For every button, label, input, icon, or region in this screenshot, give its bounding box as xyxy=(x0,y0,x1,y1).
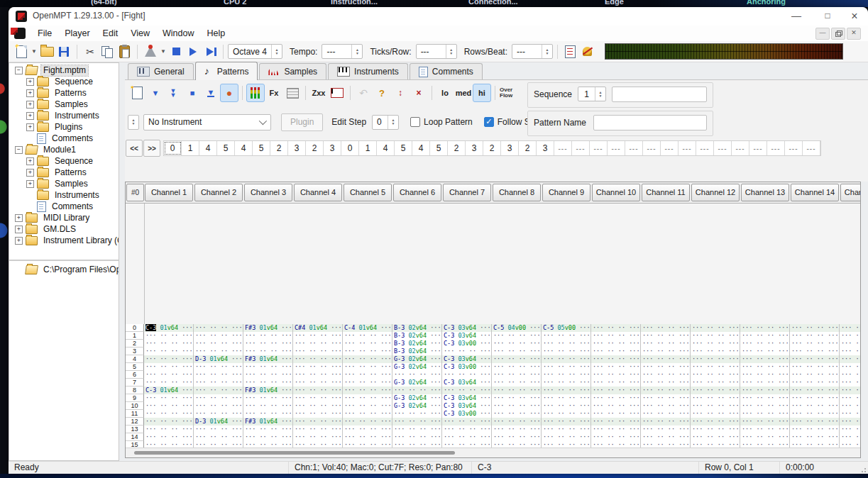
order-cell[interactable]: 1 xyxy=(359,141,377,155)
octave-spin-arrows[interactable]: ▲▼ xyxy=(271,45,282,58)
expand-plus-icon[interactable]: + xyxy=(26,157,34,165)
channel-header-3[interactable]: Channel 3 xyxy=(244,184,292,201)
pattern-cell[interactable]: ··· ·· ·· ··· xyxy=(243,402,293,410)
order-cell[interactable]: 1 xyxy=(182,141,199,155)
pattern-cell[interactable]: ··· ·· ·· ··· xyxy=(542,379,591,387)
pattern-number-corner[interactable]: #0 xyxy=(126,184,144,201)
pattern-cell[interactable]: ··· ·· ·· ··· xyxy=(691,371,740,379)
sequence-name-input[interactable] xyxy=(612,87,707,102)
pattern-cell[interactable]: ··· ·· ·· ··· xyxy=(641,410,691,418)
expand-plus-icon[interactable]: + xyxy=(26,169,34,177)
pattern-cell[interactable]: ··· ·· ·· ··· xyxy=(243,363,293,371)
order-cell[interactable]: 0 xyxy=(341,141,359,155)
pattern-cell[interactable]: ··· ·· ·· ··· xyxy=(492,418,542,426)
pattern-cell[interactable]: ··· ·· ·· ··· xyxy=(641,433,691,441)
pattern-cell[interactable]: ··· ·· ·· ··· xyxy=(392,410,442,418)
pattern-cell[interactable]: C-5 04v00 ··· xyxy=(492,324,542,332)
expand-plus-icon[interactable]: + xyxy=(15,237,23,245)
pattern-cell[interactable]: ··· ·· ·· ··· xyxy=(343,379,392,387)
pattern-cell[interactable]: ··· ·· ·· ··· xyxy=(392,371,442,379)
pattern-cell[interactable]: ··· ·· ·· ··· xyxy=(641,348,691,355)
tab-patterns[interactable]: Patterns xyxy=(195,62,258,80)
pattern-cell[interactable]: ··· ·· ·· ··· xyxy=(343,402,392,410)
pattern-cell[interactable]: ··· ·· ·· ··· xyxy=(641,394,691,402)
pattern-cell[interactable]: ··· ·· ·· ··· xyxy=(343,394,392,402)
pattern-cell[interactable]: ··· ·· ·· ··· xyxy=(194,340,243,348)
maximize-button[interactable]: □ xyxy=(817,9,838,23)
pattern-cell[interactable]: ··· ·· ·· ··· xyxy=(243,371,293,379)
pattern-cell[interactable]: ··· ·· ·· ··· xyxy=(343,418,392,426)
menu-item-file[interactable]: File xyxy=(31,26,58,41)
pattern-cell[interactable]: ··· ·· ·· ··· xyxy=(790,394,840,402)
pattern-cell[interactable]: F#3 01v64 ··· xyxy=(243,355,293,363)
pattern-cell[interactable]: ··· ·· ·· ··· xyxy=(194,387,243,394)
channel-header-5[interactable]: Channel 5 xyxy=(344,184,392,201)
pattern-cell[interactable]: ··· ·· ·· ··· xyxy=(343,332,392,340)
channel-header-4[interactable]: Channel 4 xyxy=(294,184,342,201)
pattern-cell[interactable]: ··· ·· ·· ··· xyxy=(840,340,861,348)
pattern-cell[interactable]: ··· ·· ·· ··· xyxy=(641,379,691,387)
tab-general[interactable]: General xyxy=(128,63,194,79)
pattern-cell[interactable]: B-3 02v64 ··· xyxy=(392,332,442,340)
tree-item-patterns[interactable]: +Patterns xyxy=(9,87,119,99)
pattern-cell[interactable]: D-3 01v64 ··· xyxy=(194,355,243,363)
rows-spin-arrows[interactable]: ▲▼ xyxy=(542,45,552,58)
pattern-cell[interactable]: ··· ·· ·· ··· xyxy=(691,379,740,387)
pattern-cell[interactable]: ··· ·· ·· ··· xyxy=(492,402,542,410)
pattern-cell[interactable]: ··· ·· ·· ··· xyxy=(790,433,840,441)
pattern-cell[interactable]: ··· ·· ·· ··· xyxy=(194,324,243,332)
tree-item-c-program-files-openmpt[interactable]: +C:\Program Files\OpenMPT xyxy=(9,264,119,275)
pattern-cell[interactable]: ··· ·· ·· ··· xyxy=(840,355,861,363)
pattern-cell[interactable]: ··· ·· ·· ··· xyxy=(293,348,343,355)
pattern-cell[interactable]: ··· ·· ·· ··· xyxy=(840,426,861,433)
pattern-cell[interactable]: ··· ·· ·· ··· xyxy=(492,410,542,418)
pattern-cell[interactable]: ··· ·· ·· ··· xyxy=(492,363,542,371)
order-cell[interactable]: --- xyxy=(643,141,661,155)
pattern-cell[interactable]: C-3 03v64 ··· xyxy=(442,379,492,387)
pattern-cell[interactable]: ··· ·· ·· ··· xyxy=(641,371,691,379)
pattern-cell[interactable]: ··· ·· ·· ··· xyxy=(691,348,740,355)
tab-samples[interactable]: Samples xyxy=(259,63,326,79)
order-cell[interactable]: 3 xyxy=(288,141,306,155)
pattern-cell[interactable]: ··· ·· ·· ··· xyxy=(740,379,790,387)
pattern-cell[interactable]: ··· ·· ·· ··· xyxy=(641,340,691,348)
pattern-cell[interactable]: G-3 02v64 ··· xyxy=(392,402,442,410)
pattern-cell[interactable]: ··· ·· ·· ··· xyxy=(492,332,542,340)
channel-header-11[interactable]: Channel 11 xyxy=(642,184,690,201)
copy-button[interactable] xyxy=(99,43,116,60)
pattern-cell[interactable]: ··· ·· ·· ··· xyxy=(542,394,591,402)
pattern-cell[interactable]: ··· ·· ·· ··· xyxy=(591,394,641,402)
tree-item-sequence[interactable]: +Sequence xyxy=(9,155,119,167)
pattern-cell[interactable]: ··· ·· ·· ··· xyxy=(442,348,492,355)
instrument-spinner[interactable]: ▲▼ xyxy=(128,115,139,130)
pattern-cell[interactable]: C-3 01v64 ··· xyxy=(144,324,194,332)
tree-item-midi-library[interactable]: +MIDI Library xyxy=(9,212,119,223)
horizontal-scrollbar[interactable] xyxy=(126,448,860,458)
pattern-cell[interactable]: ··· ·· ·· ··· xyxy=(492,371,542,379)
pattern-cell[interactable]: ··· ·· ·· ··· xyxy=(740,410,790,418)
pattern-cell[interactable]: ··· ·· ·· ··· xyxy=(442,387,492,394)
pattern-cell[interactable]: ··· ·· ·· ··· xyxy=(492,387,542,394)
tree-item-patterns[interactable]: +Patterns xyxy=(9,167,119,178)
play-button[interactable] xyxy=(185,43,202,60)
minimize-button[interactable]: — xyxy=(786,9,807,23)
resize-grip[interactable] xyxy=(861,467,867,473)
channel-header-8[interactable]: Channel 8 xyxy=(493,184,541,201)
pattern-cell[interactable]: ··· ·· ·· ··· xyxy=(591,324,641,332)
pattern-cell[interactable]: ··· ·· ·· ··· xyxy=(691,426,740,433)
pattern-cell[interactable]: ··· ·· ·· ··· xyxy=(293,379,343,387)
pattern-cell[interactable]: ··· ·· ·· ··· xyxy=(740,363,790,371)
pattern-cell[interactable]: F#3 01v64 ··· xyxy=(243,324,293,332)
menu-item-view[interactable]: View xyxy=(124,26,156,41)
pattern-cell[interactable]: ··· ·· ·· ··· xyxy=(492,426,542,433)
pattern-cell[interactable]: ··· ·· ·· ··· xyxy=(293,433,343,441)
channel-header-15[interactable]: Channel 15 xyxy=(840,184,861,201)
pattern-cell[interactable]: ··· ·· ·· ··· xyxy=(740,371,790,379)
order-cell[interactable]: 5 xyxy=(217,141,235,155)
expand-plus-icon[interactable]: + xyxy=(26,112,34,120)
order-cell[interactable]: 2 xyxy=(306,141,324,155)
tree-item-comments[interactable]: +Comments xyxy=(9,133,119,144)
order-cell[interactable]: --- xyxy=(714,141,732,155)
pattern-cell[interactable]: ··· ·· ·· ··· xyxy=(591,348,641,355)
pattern-cell[interactable]: ··· ·· ·· ··· xyxy=(343,371,392,379)
